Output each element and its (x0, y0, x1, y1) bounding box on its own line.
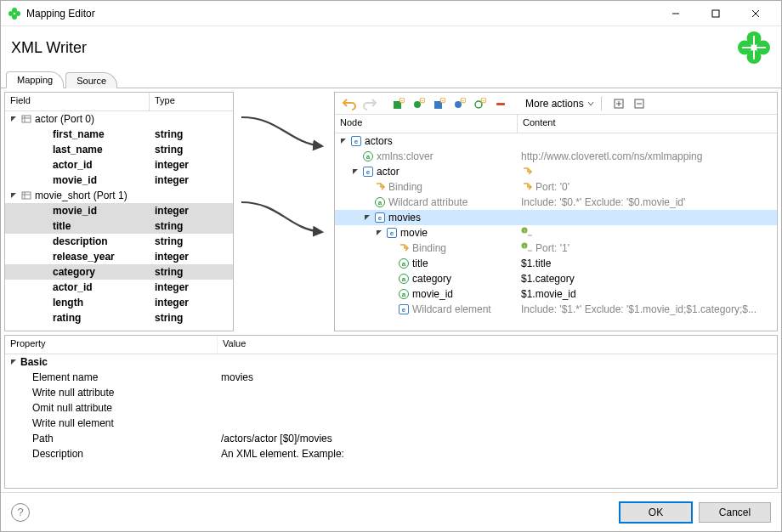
property-row[interactable]: Write null element (5, 416, 777, 431)
node-row[interactable]: atitle$1.title (335, 256, 777, 271)
field-row[interactable]: titlestring (5, 218, 233, 234)
add-element2-button[interactable]: + (430, 94, 449, 113)
field-name: movie_id (53, 205, 97, 217)
property-name: Write null attribute (32, 387, 115, 399)
property-row[interactable]: Write null attribute (5, 385, 777, 400)
attribute-icon: a (398, 258, 410, 269)
field-row[interactable]: categorystring (5, 264, 233, 280)
minimize-button[interactable] (656, 2, 694, 25)
property-row[interactable]: Path/actors/actor [$0]/movies (5, 431, 777, 446)
node-row[interactable]: axmlns:cloverhttp://www.cloveretl.com/ns… (335, 149, 777, 164)
field-row[interactable]: first_namestring (5, 127, 233, 142)
tab-mapping[interactable]: Mapping (6, 71, 64, 88)
col-value[interactable]: Value (218, 336, 251, 354)
node-label: xmlns:clover (377, 150, 434, 162)
port-header[interactable]: movie_short (Port 1) (5, 188, 233, 203)
property-row[interactable]: Omit null attribute (5, 400, 777, 416)
twisty-icon[interactable] (362, 212, 372, 223)
cancel-button[interactable]: Cancel (699, 502, 771, 523)
field-type: integer (150, 297, 189, 308)
node-row[interactable]: Binding!Port: '1' (335, 241, 777, 256)
node-label: movie_id (412, 288, 453, 300)
field-row[interactable]: movie_idinteger (5, 203, 233, 218)
element-icon: e (398, 303, 410, 315)
node-row[interactable]: eactors (335, 133, 777, 149)
twisty-icon[interactable] (8, 114, 19, 124)
undo-button[interactable] (340, 94, 359, 113)
field-name: movie_id (53, 174, 97, 186)
field-row[interactable]: last_namestring (5, 142, 233, 157)
node-content: Port: '1' (536, 242, 570, 254)
attribute-icon: a (398, 288, 410, 300)
svg-point-3 (12, 14, 17, 20)
field-row[interactable]: release_yearinteger (5, 249, 233, 264)
field-type: string (150, 312, 183, 324)
fields-tree[interactable]: actor (Port 0)first_namestringlast_names… (5, 111, 233, 331)
node-content: Include: '$0.*' Exclude: '$0.movie_id' (521, 196, 685, 208)
node-row[interactable]: amovie_id$1.movie_id (335, 286, 777, 302)
field-type: integer (150, 205, 189, 217)
element-icon: e (350, 135, 362, 147)
field-row[interactable]: movie_idinteger (5, 173, 233, 188)
maximize-button[interactable] (696, 2, 734, 25)
node-label: category (412, 273, 451, 285)
twisty-icon[interactable] (374, 228, 384, 238)
node-row[interactable]: BindingPort: '0' (335, 179, 777, 195)
node-row[interactable]: aWildcard attributeInclude: '$0.*' Exclu… (335, 195, 777, 210)
field-type: integer (150, 251, 189, 263)
field-name: last_name (53, 144, 103, 156)
collapse-all-button[interactable] (630, 94, 649, 113)
twisty-icon[interactable] (8, 190, 19, 201)
tab-source[interactable]: Source (65, 72, 117, 88)
property-value: /actors/actor [$0]/movies (218, 433, 332, 444)
section-label: Basic (20, 356, 48, 368)
field-row[interactable]: actor_idinteger (5, 280, 233, 295)
node-row[interactable]: emovies (335, 210, 777, 225)
nodes-tree[interactable]: eactorsaxmlns:cloverhttp://www.cloveretl… (335, 133, 777, 331)
add-attribute2-button[interactable]: + (450, 94, 469, 113)
help-button[interactable]: ? (11, 503, 30, 522)
twisty-icon[interactable] (350, 167, 360, 177)
more-actions-dropdown[interactable]: More actions (520, 98, 599, 110)
props-section[interactable]: Basic (5, 354, 777, 370)
col-content[interactable]: Content (518, 115, 561, 133)
more-actions-label: More actions (525, 98, 584, 110)
twisty-icon[interactable] (338, 136, 348, 146)
add-attribute-button[interactable]: + (410, 94, 428, 113)
field-type: string (150, 220, 183, 232)
remove-button[interactable] (491, 94, 510, 113)
ok-button[interactable]: OK (620, 502, 692, 523)
field-row[interactable]: lengthinteger (5, 295, 233, 310)
node-row[interactable]: emovie! (335, 225, 777, 241)
twisty-icon[interactable] (8, 357, 19, 367)
field-row[interactable]: descriptionstring (5, 234, 233, 249)
col-node[interactable]: Node (335, 115, 518, 133)
node-row[interactable]: eWildcard elementInclude: '$1.*' Exclude… (335, 302, 777, 317)
col-field[interactable]: Field (5, 93, 150, 110)
property-row[interactable]: Element namemovies (5, 370, 777, 385)
node-label: Wildcard element (412, 303, 491, 315)
property-row[interactable]: DescriptionAn XML element. Example: (5, 446, 777, 461)
port-header[interactable]: actor (Port 0) (5, 111, 233, 127)
col-type[interactable]: Type (150, 93, 180, 110)
node-label: actors (365, 135, 393, 147)
warning-icon: ! (521, 242, 533, 254)
add-namespace-button[interactable]: + (471, 94, 490, 113)
node-content: http://www.cloveretl.com/ns/xmlmapping (521, 150, 702, 162)
clover-logo-icon (737, 31, 771, 65)
properties-list[interactable]: BasicElement namemoviesWrite null attrib… (5, 354, 777, 488)
node-row[interactable]: acategory$1.category (335, 271, 777, 286)
node-content: Port: '0' (536, 181, 570, 193)
field-row[interactable]: actor_idinteger (5, 157, 233, 173)
properties-pane: Property Value BasicElement namemoviesWr… (4, 335, 778, 489)
binding-icon (398, 242, 410, 254)
close-button[interactable] (736, 2, 774, 25)
node-label: Binding (412, 242, 446, 254)
expand-all-button[interactable] (609, 94, 628, 113)
element-icon: e (374, 212, 386, 224)
col-property[interactable]: Property (5, 336, 218, 354)
redo-button[interactable] (360, 94, 379, 113)
node-row[interactable]: eactor (335, 164, 777, 179)
add-element-button[interactable]: + (389, 94, 408, 113)
field-row[interactable]: ratingstring (5, 310, 233, 325)
